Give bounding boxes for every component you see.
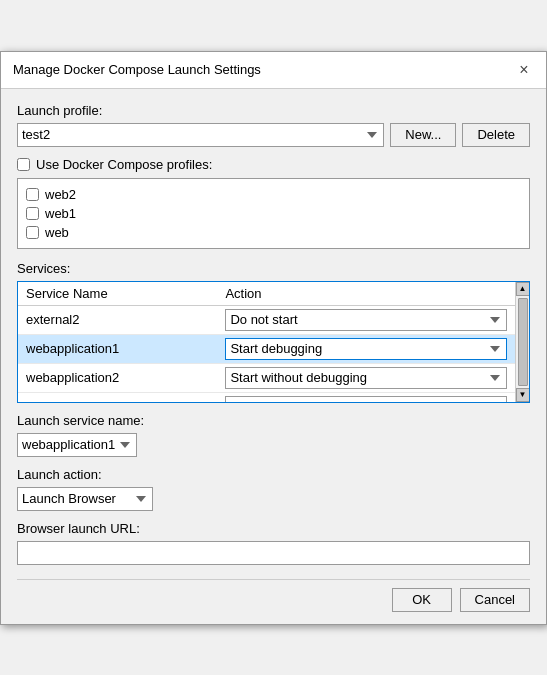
services-table-wrapper: Service Name Action external2 Do not s bbox=[17, 281, 530, 403]
use-docker-profiles-row: Use Docker Compose profiles: bbox=[17, 157, 530, 172]
launch-profile-select[interactable]: test2 bbox=[17, 123, 384, 147]
services-table: Service Name Action external2 Do not s bbox=[18, 282, 515, 402]
browser-url-input[interactable]: {Scheme}://localhost:{ServicePort} bbox=[17, 541, 530, 565]
bottom-buttons: OK Cancel bbox=[17, 579, 530, 612]
service-name-webapplication2: webapplication2 bbox=[18, 363, 217, 392]
service-name-webapplication3: webapplication3 bbox=[18, 392, 217, 402]
profile-item-web1: web1 bbox=[26, 204, 521, 223]
profile-web2-checkbox[interactable] bbox=[26, 188, 39, 201]
use-docker-profiles-label: Use Docker Compose profiles: bbox=[36, 157, 212, 172]
launch-profile-row: test2 New... Delete bbox=[17, 123, 530, 147]
delete-button[interactable]: Delete bbox=[462, 123, 530, 147]
launch-service-select[interactable]: webapplication1 webapplication2 webappli… bbox=[17, 433, 137, 457]
launch-action-select[interactable]: Launch Browser None Launch executable bbox=[17, 487, 153, 511]
services-label: Services: bbox=[17, 261, 530, 276]
table-row: webapplication1 Do not start Start debug… bbox=[18, 334, 515, 363]
profiles-box: web2 web1 web bbox=[17, 178, 530, 249]
cancel-button[interactable]: Cancel bbox=[460, 588, 530, 612]
browser-url-label: Browser launch URL: bbox=[17, 521, 530, 536]
profile-web1-label: web1 bbox=[45, 206, 76, 221]
action-select-webapplication3[interactable]: Do not start Start debugging Start witho… bbox=[225, 396, 507, 402]
use-docker-profiles-checkbox[interactable] bbox=[17, 158, 30, 171]
profile-web1-checkbox[interactable] bbox=[26, 207, 39, 220]
scrollbar-up-button[interactable]: ▲ bbox=[516, 282, 530, 296]
action-cell-webapplication3: Do not start Start debugging Start witho… bbox=[217, 392, 515, 402]
launch-action-label: Launch action: bbox=[17, 467, 530, 482]
table-row: webapplication3 Do not start Start debug… bbox=[18, 392, 515, 402]
launch-profile-label: Launch profile: bbox=[17, 103, 530, 118]
new-button[interactable]: New... bbox=[390, 123, 456, 147]
action-select-external2[interactable]: Do not start Start debugging Start witho… bbox=[225, 309, 507, 331]
ok-button[interactable]: OK bbox=[392, 588, 452, 612]
profile-item-web: web bbox=[26, 223, 521, 242]
action-cell-external2: Do not start Start debugging Start witho… bbox=[217, 305, 515, 334]
table-scroll-inner: Service Name Action external2 Do not s bbox=[18, 282, 515, 402]
dialog-title: Manage Docker Compose Launch Settings bbox=[13, 62, 261, 77]
service-name-webapplication1: webapplication1 bbox=[18, 334, 217, 363]
service-name-external2: external2 bbox=[18, 305, 217, 334]
dialog-content: Launch profile: test2 New... Delete Use … bbox=[1, 89, 546, 624]
profile-item-web2: web2 bbox=[26, 185, 521, 204]
table-scroll-wrapper: Service Name Action external2 Do not s bbox=[18, 282, 529, 402]
scrollbar-down-button[interactable]: ▼ bbox=[516, 388, 530, 402]
dialog: Manage Docker Compose Launch Settings × … bbox=[0, 51, 547, 625]
action-select-webapplication2[interactable]: Do not start Start debugging Start witho… bbox=[225, 367, 507, 389]
title-bar: Manage Docker Compose Launch Settings × bbox=[1, 52, 546, 89]
col-action: Action bbox=[217, 282, 515, 306]
action-select-webapplication1[interactable]: Do not start Start debugging Start witho… bbox=[225, 338, 507, 360]
launch-service-label: Launch service name: bbox=[17, 413, 530, 428]
scrollbar-track: ▲ ▼ bbox=[515, 282, 529, 402]
profile-web2-label: web2 bbox=[45, 187, 76, 202]
profile-web-checkbox[interactable] bbox=[26, 226, 39, 239]
action-cell-webapplication1: Do not start Start debugging Start witho… bbox=[217, 334, 515, 363]
table-row: external2 Do not start Start debugging S… bbox=[18, 305, 515, 334]
services-section: Services: Service Name Action bbox=[17, 261, 530, 403]
col-service-name: Service Name bbox=[18, 282, 217, 306]
table-row: webapplication2 Do not start Start debug… bbox=[18, 363, 515, 392]
profile-web-label: web bbox=[45, 225, 69, 240]
action-cell-webapplication2: Do not start Start debugging Start witho… bbox=[217, 363, 515, 392]
close-button[interactable]: × bbox=[514, 60, 534, 80]
scrollbar-thumb[interactable] bbox=[518, 298, 528, 386]
